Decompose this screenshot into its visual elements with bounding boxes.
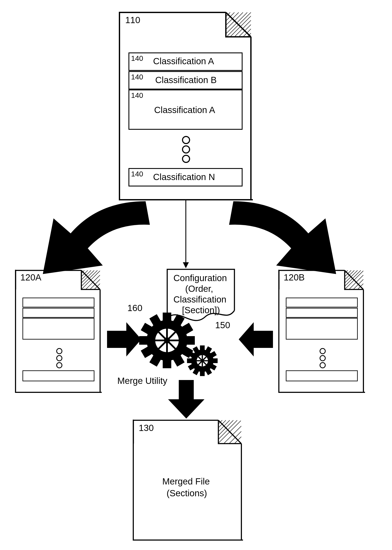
- merged-doc-frame-r: [241, 444, 242, 540]
- left-doc-bar-4: [22, 370, 94, 381]
- source-doc-frame-right: [250, 37, 252, 199]
- svg-point-51: [164, 337, 170, 343]
- ref-130: 130: [139, 423, 154, 433]
- right-doc-frame-r: [363, 289, 364, 392]
- config-line2: (Order,: [185, 284, 213, 294]
- ellipsis-dots-left: [56, 348, 63, 369]
- section-label-n: Classification N: [153, 172, 215, 182]
- gears-icon: [138, 306, 228, 383]
- block-arrow-left-in: [106, 320, 142, 359]
- merged-line1: Merged File: [162, 476, 210, 487]
- left-doc-frame-r: [99, 289, 101, 392]
- section-ref-a1: 140: [131, 54, 143, 63]
- svg-point-70: [201, 359, 204, 362]
- section-label-b: Classification B: [155, 75, 217, 85]
- merged-line2: (Sections): [167, 488, 207, 498]
- diagram-canvas: 110 140 Classification A 140 Classificat…: [0, 0, 392, 550]
- ref-110: 110: [125, 15, 140, 25]
- ellipsis-dots-source: [182, 136, 190, 163]
- right-doc-bar-1: [286, 298, 358, 307]
- section-label-a1: Classification A: [153, 56, 214, 66]
- block-arrow-right-in: [238, 320, 274, 359]
- right-doc-bar-3: [286, 318, 358, 340]
- left-doc-bar-2: [22, 308, 94, 318]
- ref-120b: 120B: [284, 272, 305, 283]
- ellipsis-dots-right: [320, 348, 326, 369]
- svg-marker-32: [239, 322, 273, 356]
- svg-marker-71: [168, 380, 204, 418]
- merge-utility-label: Merge Utility: [117, 376, 167, 386]
- left-doc-bar-3: [22, 318, 94, 340]
- config-line3: Classification: [173, 294, 226, 305]
- svg-marker-12: [183, 262, 189, 268]
- right-doc-bar-2: [286, 308, 358, 318]
- curved-arrow-left: [34, 199, 171, 278]
- svg-marker-31: [107, 322, 141, 356]
- left-doc-bar-1: [22, 298, 94, 307]
- section-label-a2: Classification A: [154, 105, 215, 115]
- right-doc-bar-4: [286, 370, 358, 381]
- section-ref-n: 140: [131, 170, 143, 178]
- section-ref-b: 140: [131, 73, 143, 81]
- ref-160: 160: [127, 303, 142, 313]
- ref-120a: 120A: [20, 272, 41, 283]
- section-ref-a2: 140: [131, 91, 143, 100]
- curved-arrow-right: [208, 199, 345, 278]
- config-line1: Configuration: [173, 273, 227, 283]
- block-arrow-down: [167, 379, 205, 420]
- thin-arrow-config: [182, 200, 190, 269]
